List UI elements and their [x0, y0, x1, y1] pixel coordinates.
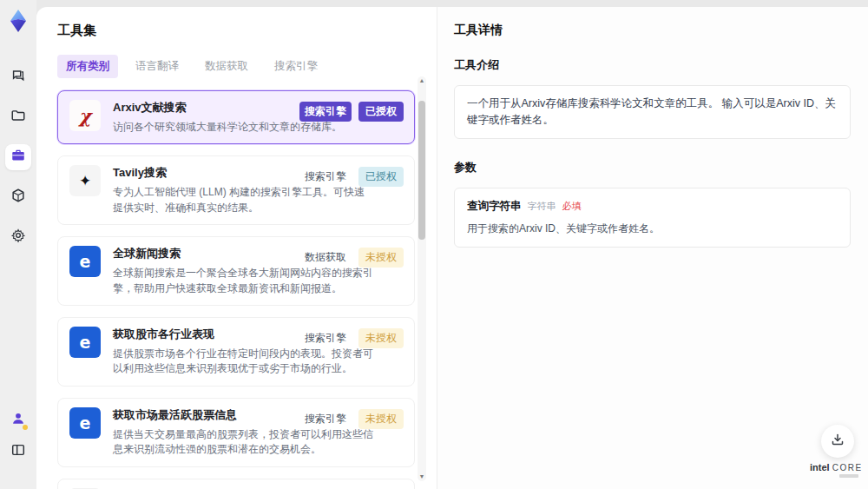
tab-label: 搜索引擎 — [274, 60, 318, 72]
tool-category-badge: 搜索引擎 — [299, 328, 352, 348]
list-scrollbar[interactable]: ▲ ▼ — [418, 76, 426, 481]
sidebar-item-settings[interactable] — [5, 224, 31, 250]
tool-badges: 搜索引擎 未授权 — [299, 328, 404, 348]
param-card: 查询字符串 字符串 必填 用于搜索的Arxiv ID、关键字或作者姓名。 — [454, 188, 851, 248]
scrollbar-thumb[interactable] — [418, 101, 425, 240]
panel-toggle-icon — [10, 442, 26, 461]
tab-label: 所有类别 — [66, 60, 109, 72]
tool-details-pane: 工具详情 工具介绍 一个用于从Arxiv存储库搜索科学论文和文章的工具。 输入可… — [437, 7, 868, 489]
brand-core-text: CORE — [832, 463, 863, 472]
tool-logo-glyph: ✦ — [79, 172, 91, 190]
brand-intel-text: intel — [810, 462, 830, 472]
blue-e-icon: e — [69, 246, 101, 277]
tool-logo-glyph: e — [80, 413, 91, 433]
details-title: 工具详情 — [454, 23, 851, 38]
tool-status-badge: 未授权 — [358, 248, 404, 268]
sidebar — [0, 0, 36, 489]
user-status-dot — [23, 425, 28, 430]
tool-logo-glyph: e — [80, 252, 91, 271]
tool-card[interactable]: χ Arxiv文献搜索 访问各个研究领域大量科学论文和文章的存储库。 搜索引擎 … — [57, 90, 415, 144]
tool-description: 提供股票市场各个行业在特定时间段内的表现。投资者可以利用这些信息来识别表现优于或… — [113, 347, 373, 377]
category-tab-0[interactable]: 所有类别 — [57, 55, 118, 78]
tool-card[interactable]: ▦ 万维地区新闻查询 查询具体行政区划内的新闻，快速了解各地新闻动 搜索引擎 未… — [57, 479, 415, 489]
tool-status-badge: 未授权 — [358, 328, 404, 348]
tool-description: 提供当天交易量最高的股票列表，投资者可以利用这些信息来识别流动性强的股票和潜在的… — [113, 427, 373, 458]
sidebar-item-chat[interactable] — [5, 64, 31, 90]
folder-icon — [10, 108, 26, 127]
page-title: 工具集 — [57, 23, 437, 39]
tool-status-badge: 未授权 — [358, 409, 404, 429]
tool-card[interactable]: e 获取市场最活跃股票信息 提供当天交易量最高的股票列表，投资者可以利用这些信息… — [57, 398, 415, 467]
brand-sub-mark — [839, 474, 858, 478]
scroll-up-icon[interactable]: ▲ — [418, 77, 425, 84]
blue-e-icon: e — [69, 407, 101, 439]
tool-badges: 搜索引擎 已授权 — [299, 167, 404, 187]
arxiv-icon: χ — [69, 100, 101, 131]
tool-category-badge: 搜索引擎 — [299, 167, 352, 187]
sidebar-item-panel-toggle[interactable] — [5, 439, 31, 465]
category-tab-3[interactable]: 搜索引擎 — [266, 55, 326, 78]
tool-category-badge: 搜索引擎 — [299, 102, 352, 122]
param-required-badge: 必填 — [562, 200, 582, 213]
tool-badges: 搜索引擎 未授权 — [299, 409, 404, 429]
download-icon — [831, 433, 845, 450]
category-tab-1[interactable]: 语言翻译 — [127, 55, 187, 78]
tool-status-badge: 已授权 — [358, 102, 404, 122]
intro-heading: 工具介绍 — [454, 57, 851, 73]
tab-label: 语言翻译 — [135, 60, 179, 72]
param-type: 字符串 — [528, 200, 556, 213]
tool-card[interactable]: ✦ Tavily搜索 专为人工智能代理 (LLM) 构建的搜索引擎工具。可快速提… — [57, 155, 415, 225]
tool-list-pane: 工具集 所有类别 语言翻译 数据获取 搜索引擎 χ Arxiv文献搜索 访问各个… — [36, 7, 437, 489]
tool-badges: 搜索引擎 已授权 — [299, 102, 404, 122]
tool-category-badge: 搜索引擎 — [299, 409, 352, 429]
chat-icon — [10, 68, 26, 87]
param-name: 查询字符串 — [467, 199, 522, 214]
sidebar-item-packages[interactable] — [5, 184, 31, 210]
gear-icon — [10, 228, 26, 247]
params-heading: 参数 — [454, 160, 851, 175]
category-tab-2[interactable]: 数据获取 — [196, 55, 257, 78]
intel-core-logo: intel CORE — [810, 462, 858, 478]
param-description: 用于搜索的Arxiv ID、关键字或作者姓名。 — [467, 221, 838, 236]
tool-list: χ Arxiv文献搜索 访问各个研究领域大量科学论文和文章的存储库。 搜索引擎 … — [57, 90, 415, 489]
app-logo-icon — [6, 9, 30, 33]
tool-status-badge: 已授权 — [358, 167, 404, 187]
tool-card[interactable]: e 全球新闻搜索 全球新闻搜索是一个聚合全球各大新闻网站内容的搜索引擎，帮助用户… — [57, 236, 415, 306]
tab-label: 数据获取 — [205, 60, 248, 72]
blue-e-icon: e — [69, 327, 101, 358]
tavily-icon: ✦ — [69, 165, 101, 196]
tool-description: 全球新闻搜索是一个聚合全球各大新闻网站内容的搜索引擎，帮助用户快速获取全球最新资… — [113, 266, 373, 296]
download-button[interactable] — [821, 425, 854, 458]
tool-description: 访问各个研究领域大量科学论文和文章的存储库。 — [113, 120, 373, 135]
scroll-down-icon[interactable]: ▼ — [418, 473, 425, 480]
category-tabs: 所有类别 语言翻译 数据获取 搜索引擎 — [57, 55, 437, 78]
tool-logo-glyph: e — [80, 333, 91, 352]
briefcase-icon — [10, 148, 26, 167]
intro-text-box: 一个用于从Arxiv存储库搜索科学论文和文章的工具。 输入可以是Arxiv ID… — [454, 85, 851, 139]
tool-category-badge: 数据获取 — [299, 248, 352, 268]
tool-description: 专为人工智能代理 (LLM) 构建的搜索引擎工具。可快速提供实时、准确和真实的结… — [113, 185, 373, 215]
main-panel: 工具集 所有类别 语言翻译 数据获取 搜索引擎 χ Arxiv文献搜索 访问各个… — [36, 7, 868, 489]
sidebar-item-toolbox[interactable] — [5, 144, 31, 170]
sidebar-item-account[interactable] — [5, 407, 31, 433]
cube-icon — [10, 188, 26, 207]
sidebar-item-files[interactable] — [5, 104, 31, 130]
tool-badges: 数据获取 未授权 — [299, 248, 404, 268]
tool-card[interactable]: e 获取股市各行业表现 提供股票市场各个行业在特定时间段内的表现。投资者可以利用… — [57, 317, 415, 387]
tool-logo-glyph: χ — [79, 105, 91, 127]
